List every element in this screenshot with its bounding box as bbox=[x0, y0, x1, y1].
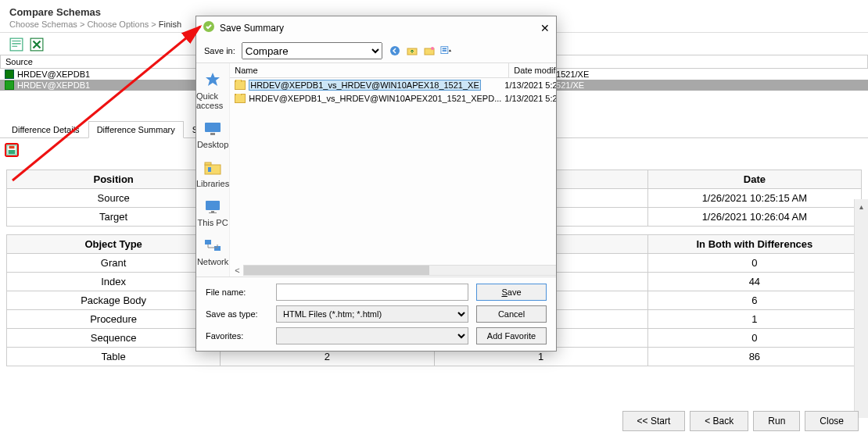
save-html-icon[interactable] bbox=[9, 37, 23, 50]
svg-rect-11 bbox=[442, 48, 446, 49]
save-dialog: Save Summary ✕ Save in: Compare Quick ac… bbox=[195, 16, 557, 352]
sidebar-item-network[interactable]: Network bbox=[197, 237, 228, 266]
scroll-left-icon[interactable]: < bbox=[235, 266, 239, 275]
file-name-input[interactable] bbox=[276, 284, 468, 301]
svg-rect-0 bbox=[10, 38, 23, 51]
file-name-label: File name: bbox=[206, 287, 268, 297]
svg-rect-17 bbox=[208, 167, 211, 172]
tab-difference-summary[interactable]: Difference Summary bbox=[88, 121, 184, 138]
save-in-select[interactable]: Compare bbox=[242, 42, 382, 59]
sidebar-item-libraries[interactable]: Libraries bbox=[196, 159, 229, 188]
save-summary-button[interactable] bbox=[5, 143, 19, 157]
close-icon[interactable]: ✕ bbox=[540, 22, 550, 34]
breadcrumb-current: Finish bbox=[159, 20, 181, 29]
folder-icon bbox=[235, 80, 246, 90]
col-name[interactable]: Name bbox=[230, 63, 509, 77]
places-sidebar: Quick access Desktop Libraries This PC N… bbox=[196, 63, 230, 277]
col-in-both-diff: In Both with Differences bbox=[647, 235, 861, 254]
svg-rect-13 bbox=[205, 123, 221, 132]
save-button[interactable]: Save bbox=[476, 284, 547, 301]
dialog-footer: File name: Save Save as type: HTML Files… bbox=[196, 277, 556, 351]
folder-icon bbox=[235, 94, 246, 103]
file-list[interactable]: HRDEV@XEPDB1_vs_HRDEV@WIN10APEX18_1521_X… bbox=[230, 78, 556, 264]
sidebar-item-quick-access[interactable]: Quick access bbox=[196, 71, 229, 110]
col-date-modified[interactable]: Date modified bbox=[509, 63, 556, 77]
svg-rect-19 bbox=[211, 211, 214, 212]
view-menu-icon[interactable] bbox=[440, 45, 453, 57]
desktop-icon bbox=[202, 120, 224, 138]
sidebar-item-desktop[interactable]: Desktop bbox=[197, 120, 228, 149]
close-button[interactable]: Close bbox=[805, 411, 859, 431]
wizard-buttons: << Start < Back Run Close bbox=[622, 411, 859, 431]
svg-rect-3 bbox=[9, 146, 15, 149]
libraries-icon bbox=[202, 159, 224, 177]
save-type-label: Save as type: bbox=[206, 309, 268, 319]
svg-rect-4 bbox=[9, 150, 16, 154]
favorites-label: Favorites: bbox=[206, 331, 268, 341]
export-excel-icon[interactable] bbox=[30, 37, 44, 50]
col-date: Date bbox=[647, 170, 861, 189]
color-swatch-icon bbox=[5, 80, 14, 90]
svg-point-9 bbox=[431, 47, 434, 50]
run-button[interactable]: Run bbox=[753, 411, 800, 431]
up-folder-icon[interactable] bbox=[406, 45, 418, 57]
breadcrumb-step[interactable]: Choose Schemas bbox=[9, 20, 77, 29]
horizontal-scrollbar[interactable]: < > bbox=[230, 264, 556, 277]
file-pane: Name Date modified HRDEV@XEPDB1_vs_HRDEV… bbox=[230, 63, 556, 277]
color-swatch-icon bbox=[5, 70, 14, 79]
save-in-row: Save in: Compare bbox=[196, 39, 556, 62]
dialog-icon bbox=[203, 20, 215, 35]
back-icon[interactable] bbox=[389, 45, 401, 57]
svg-rect-12 bbox=[442, 50, 446, 52]
col-position: Position bbox=[7, 170, 221, 189]
star-icon bbox=[202, 71, 224, 90]
vertical-scrollbar[interactable]: ▴ bbox=[854, 199, 868, 418]
back-button[interactable]: < Back bbox=[690, 411, 748, 431]
svg-rect-20 bbox=[209, 212, 217, 213]
scroll-up-icon[interactable]: ▴ bbox=[855, 199, 868, 213]
dialog-title: Save Summary bbox=[220, 23, 284, 34]
add-favorite-button[interactable]: Add Favorite bbox=[476, 327, 547, 344]
start-button[interactable]: << Start bbox=[622, 411, 686, 431]
file-item[interactable]: HRDEV@XEPDB1_vs_HRDEV@WIN10APEX18_1521_X… bbox=[230, 78, 556, 92]
file-item[interactable]: HRDEV@XEPDB1_vs_HRDEV@WIN10APEX201_1521_… bbox=[230, 92, 556, 105]
svg-rect-18 bbox=[206, 201, 220, 210]
favorites-select[interactable] bbox=[276, 327, 468, 344]
svg-rect-16 bbox=[205, 162, 211, 165]
svg-rect-14 bbox=[210, 133, 215, 135]
breadcrumb-step[interactable]: Choose Options bbox=[87, 20, 149, 29]
svg-rect-15 bbox=[205, 165, 221, 174]
file-list-header: Name Date modified bbox=[230, 63, 556, 78]
svg-point-6 bbox=[390, 46, 400, 55]
cancel-button[interactable]: Cancel bbox=[476, 305, 547, 323]
network-icon bbox=[202, 237, 224, 255]
save-type-select[interactable]: HTML Files (*.htm; *.html) bbox=[276, 305, 468, 323]
new-folder-icon[interactable] bbox=[423, 45, 436, 57]
sidebar-item-this-pc[interactable]: This PC bbox=[198, 198, 228, 227]
save-in-label: Save in: bbox=[204, 46, 235, 55]
dialog-titlebar: Save Summary ✕ bbox=[196, 16, 556, 39]
pc-icon bbox=[202, 198, 224, 216]
col-object-type: Object Type bbox=[7, 235, 221, 254]
tab-difference-details[interactable]: Difference Details bbox=[3, 121, 88, 138]
svg-rect-21 bbox=[205, 240, 211, 244]
